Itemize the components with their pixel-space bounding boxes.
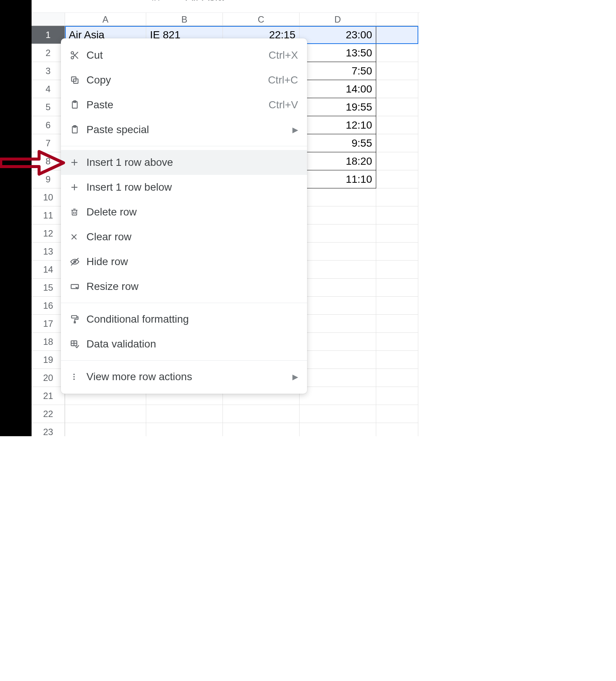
cell[interactable] (376, 423, 418, 436)
row-header[interactable]: 23 (32, 423, 65, 436)
cell[interactable]: 9:55 (300, 134, 376, 152)
cell[interactable] (376, 243, 418, 261)
cell[interactable] (376, 279, 418, 297)
menu-resize-row[interactable]: Resize row (61, 274, 307, 299)
cell[interactable] (146, 405, 223, 423)
cell[interactable]: 19:55 (300, 98, 376, 116)
cell[interactable] (300, 206, 376, 224)
cell[interactable]: 11:10 (300, 170, 376, 188)
menu-paste-special[interactable]: Paste special ▶ (61, 117, 307, 142)
row-header[interactable]: 19 (32, 351, 65, 369)
cell[interactable] (300, 351, 376, 369)
svg-rect-25 (74, 322, 75, 323)
cell[interactable] (300, 297, 376, 315)
cell[interactable]: 12:10 (300, 116, 376, 134)
cell[interactable] (376, 80, 418, 98)
row-header[interactable]: 6 (32, 116, 65, 134)
cell[interactable] (376, 152, 418, 170)
row-header[interactable]: 9 (32, 170, 65, 188)
row-header[interactable]: 3 (32, 62, 65, 80)
row-header[interactable]: 5 (32, 98, 65, 116)
cell[interactable]: 7:50 (300, 62, 376, 80)
cell[interactable] (300, 279, 376, 297)
cell[interactable] (376, 134, 418, 152)
cell[interactable]: 23:00 (300, 26, 376, 44)
formula-value[interactable]: Air Asia (186, 0, 224, 3)
menu-insert-row-above[interactable]: Insert 1 row above (61, 150, 307, 175)
menu-clear-row[interactable]: Clear row (61, 224, 307, 249)
cell[interactable] (376, 261, 418, 279)
cell[interactable] (223, 405, 300, 423)
row-header[interactable]: 7 (32, 134, 65, 152)
col-header-e[interactable] (376, 13, 418, 26)
menu-insert-below-label: Insert 1 row below (86, 181, 298, 193)
col-header-d[interactable]: D (300, 13, 376, 26)
row-header[interactable]: 21 (32, 387, 65, 405)
close-icon (70, 233, 86, 241)
col-header-b[interactable]: B (146, 13, 223, 26)
row-header[interactable]: 4 (32, 80, 65, 98)
cell[interactable] (376, 206, 418, 224)
cell[interactable] (376, 224, 418, 243)
cell[interactable] (300, 224, 376, 243)
cell[interactable] (300, 261, 376, 279)
cell[interactable] (376, 26, 418, 44)
menu-insert-row-below[interactable]: Insert 1 row below (61, 175, 307, 200)
fx-label: fx (152, 0, 160, 3)
row-header[interactable]: 18 (32, 333, 65, 351)
cell[interactable]: 13:50 (300, 44, 376, 62)
cell[interactable] (146, 423, 223, 436)
cell[interactable] (376, 297, 418, 315)
cell[interactable] (376, 188, 418, 206)
cell[interactable] (300, 243, 376, 261)
cell[interactable] (376, 315, 418, 333)
row-header[interactable]: 13 (32, 243, 65, 261)
menu-paste[interactable]: Paste Ctrl+V (61, 93, 307, 117)
cell[interactable] (376, 44, 418, 62)
cell[interactable]: 14:00 (300, 80, 376, 98)
row-header[interactable]: 2 (32, 44, 65, 62)
row-header[interactable]: 10 (32, 188, 65, 206)
cell[interactable] (376, 62, 418, 80)
col-header-c[interactable]: C (223, 13, 300, 26)
cell[interactable] (376, 116, 418, 134)
cell[interactable] (300, 315, 376, 333)
cell[interactable] (376, 351, 418, 369)
cell[interactable] (300, 405, 376, 423)
cell[interactable]: 18:20 (300, 152, 376, 170)
row-header[interactable]: 1 (32, 26, 65, 44)
cell[interactable] (376, 405, 418, 423)
cell[interactable] (300, 333, 376, 351)
menu-separator (61, 146, 307, 146)
cell[interactable] (376, 333, 418, 351)
col-header-a[interactable]: A (65, 13, 146, 26)
cell[interactable] (376, 387, 418, 405)
cell[interactable] (300, 423, 376, 436)
cell[interactable] (65, 405, 146, 423)
menu-conditional-formatting[interactable]: Conditional formatting (61, 307, 307, 332)
cell[interactable] (300, 369, 376, 387)
select-all-corner[interactable] (32, 13, 65, 26)
row-header[interactable]: 20 (32, 369, 65, 387)
cell[interactable] (65, 423, 146, 436)
menu-delete-row[interactable]: Delete row (61, 200, 307, 224)
cell[interactable] (223, 423, 300, 436)
row-header[interactable]: 16 (32, 297, 65, 315)
menu-data-validation[interactable]: Data validation (61, 332, 307, 356)
menu-copy[interactable]: Copy Ctrl+C (61, 68, 307, 93)
row-header[interactable]: 22 (32, 405, 65, 423)
row-header[interactable]: 15 (32, 279, 65, 297)
row-header[interactable]: 12 (32, 224, 65, 243)
row-header[interactable]: 8 (32, 152, 65, 170)
cell[interactable] (376, 98, 418, 116)
cell[interactable] (300, 188, 376, 206)
menu-cut[interactable]: Cut Ctrl+X (61, 43, 307, 68)
row-header[interactable]: 14 (32, 261, 65, 279)
menu-hide-row[interactable]: Hide row (61, 249, 307, 274)
cell[interactable] (376, 369, 418, 387)
menu-more-actions[interactable]: View more row actions ▶ (61, 364, 307, 389)
cell[interactable] (376, 170, 418, 188)
row-header[interactable]: 17 (32, 315, 65, 333)
row-header[interactable]: 11 (32, 206, 65, 224)
cell[interactable] (300, 387, 376, 405)
